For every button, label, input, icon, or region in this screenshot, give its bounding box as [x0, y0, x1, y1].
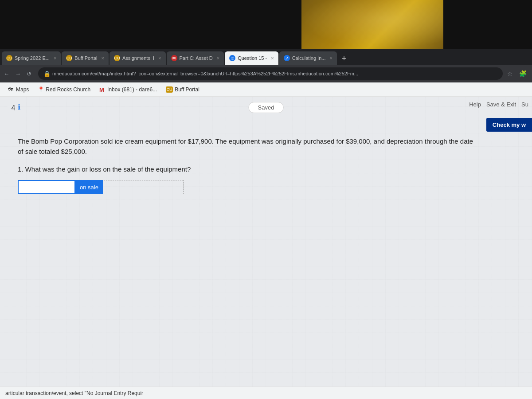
tab-bar: CU Spring 2022 E... × CU Buff Portal × C… — [0, 49, 532, 65]
tab-icon-spring2022: CU — [6, 55, 12, 61]
tab-close-buff-portal[interactable]: × — [102, 55, 104, 61]
buff-portal-icon: CU — [166, 86, 173, 93]
tab-label-assignments: Assignments: I — [122, 55, 154, 61]
tab-label-buff-portal: Buff Portal — [74, 55, 97, 61]
bookmark-inbox-label: Inbox (681) - dare6... — [107, 86, 157, 93]
forward-icon[interactable]: → — [15, 70, 21, 77]
tab-label-spring2022: Spring 2022 E... — [15, 55, 50, 61]
red-rocks-icon: 📍 — [38, 86, 44, 93]
info-icon[interactable]: ℹ — [18, 103, 20, 111]
bookmark-buff-portal[interactable]: CU Buff Portal — [163, 86, 202, 94]
tab-icon-part-c: M — [171, 55, 177, 61]
question-area: The Bomb Pop Corporation sold ice cream … — [18, 137, 479, 194]
extensions-icon[interactable]: 🧩 — [517, 69, 528, 78]
refresh-icon[interactable]: ↺ — [27, 70, 33, 77]
video-thumbnail — [301, 0, 443, 49]
tab-question15[interactable]: ◎ Question 15 - × — [225, 51, 278, 65]
tab-calculating[interactable]: ↗ Calculating In... × — [279, 51, 337, 65]
bookmark-star-icon[interactable]: ☆ — [505, 69, 515, 78]
help-link[interactable]: Help — [469, 101, 481, 108]
answer-suffix-text: on sale — [80, 184, 98, 191]
question-body: The Bomb Pop Corporation sold ice cream … — [18, 137, 479, 156]
submit-text: Su — [521, 101, 528, 108]
tab-close-calculating[interactable]: × — [329, 55, 332, 61]
tab-close-assignments[interactable]: × — [158, 55, 161, 61]
url-bar[interactable]: 🔒 mheducation.com/ext/map/index.html?_co… — [38, 67, 503, 80]
question-text: What was the gain or loss on the sale of… — [25, 165, 191, 173]
bookmark-inbox[interactable]: M Inbox (681) - dare6... — [97, 86, 160, 94]
tab-buff-portal[interactable]: CU Buff Portal × — [62, 51, 109, 65]
tab-assignments[interactable]: CU Assignments: I × — [110, 51, 166, 65]
tab-label-question15: Question 15 - — [238, 55, 267, 61]
top-bar — [0, 0, 532, 49]
answer-input[interactable] — [18, 180, 75, 194]
top-right-actions: Help Save & Exit Su — [469, 101, 532, 108]
question-number: 1. — [18, 165, 23, 173]
dotted-selection-box[interactable] — [104, 180, 184, 194]
tab-icon-assignments: CU — [114, 55, 120, 61]
new-tab-button[interactable]: + — [338, 52, 350, 65]
inbox-icon: M — [99, 86, 106, 93]
back-icon[interactable]: ← — [4, 70, 10, 77]
answer-suffix-label: on sale — [75, 180, 103, 194]
tab-label-calculating: Calculating In... — [292, 55, 326, 61]
tab-icon-buff-portal: CU — [66, 55, 72, 61]
bookmark-red-rocks-label: Red Rocks Church — [46, 86, 90, 93]
bookmarks-bar: 🗺 Maps 📍 Red Rocks Church M Inbox (681) … — [0, 82, 532, 97]
tab-part-c[interactable]: M Part C: Asset D × — [167, 51, 224, 65]
check-btn-label: Check my w — [493, 121, 526, 128]
bookmark-maps-label: Maps — [16, 86, 29, 93]
tab-icon-calculating: ↗ — [284, 55, 290, 61]
bookmark-buff-portal-label: Buff Portal — [175, 86, 200, 93]
page-number-text: 4 — [12, 104, 16, 112]
url-bar-area: ← → ↺ 🔒 mheducation.com/ext/map/index.ht… — [0, 65, 532, 82]
url-text: mheducation.com/ext/map/index.html?_con=… — [52, 71, 358, 76]
bottom-strip-text: articular transaction/event, select "No … — [5, 390, 143, 396]
main-content: 4 ℹ Saved Help Save & Exit Su Check my w… — [0, 97, 532, 399]
answer-row: on sale — [18, 180, 479, 194]
question-label: 1. What was the gain or loss on the sale… — [18, 165, 479, 173]
saved-text: Saved — [258, 104, 274, 111]
bottom-strip: articular transaction/event, select "No … — [0, 387, 532, 399]
tab-close-part-c[interactable]: × — [217, 55, 219, 61]
tab-close-question15[interactable]: × — [271, 55, 274, 61]
saved-badge: Saved — [249, 102, 284, 113]
tab-label-part-c: Part C: Asset D — [180, 55, 213, 61]
tab-close-spring2022[interactable]: × — [54, 55, 56, 61]
maps-icon: 🗺 — [8, 86, 14, 93]
tab-spring2022[interactable]: CU Spring 2022 E... × — [2, 51, 61, 65]
tab-icon-question15: ◎ — [229, 55, 235, 61]
check-my-work-button[interactable]: Check my w — [486, 118, 532, 132]
bookmark-maps[interactable]: 🗺 Maps — [5, 86, 31, 94]
save-exit-button[interactable]: Save & Exit — [486, 101, 516, 108]
bookmark-red-rocks[interactable]: 📍 Red Rocks Church — [35, 86, 93, 94]
lock-icon: 🔒 — [43, 70, 50, 77]
